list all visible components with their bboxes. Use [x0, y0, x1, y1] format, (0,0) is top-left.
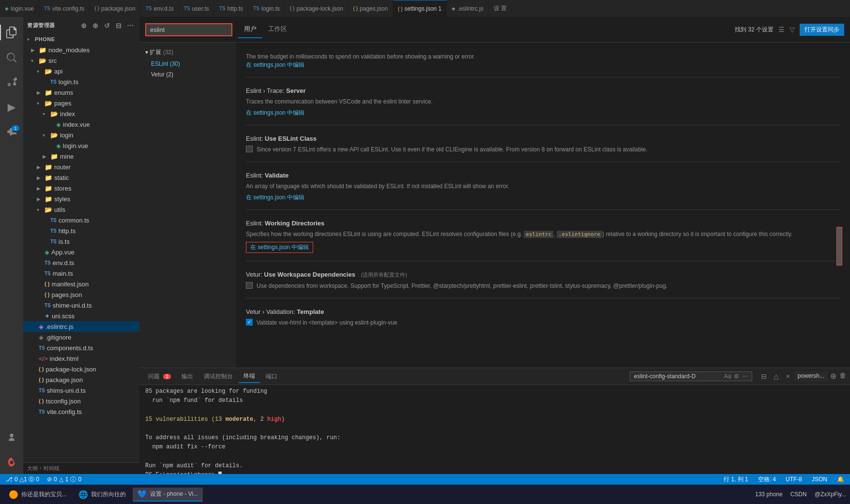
tree-package-json[interactable]: { } package.json — [23, 374, 139, 385]
tab-ports[interactable]: 端口 — [261, 371, 282, 383]
split-terminal-btn[interactable]: ⊟ — [759, 371, 769, 381]
open-settings-sync-btn[interactable]: 打开设置同步 — [800, 24, 844, 36]
tree-node-modules[interactable]: ▶ 📁 node_modules — [23, 44, 139, 55]
tab-package-lock[interactable]: { } package-lock.json — [285, 0, 349, 17]
tree-router[interactable]: ▶ 📁 router — [23, 162, 139, 172]
settings-scrollbar-highlight[interactable] — [836, 227, 842, 266]
terminal-input[interactable] — [634, 373, 721, 380]
tab-problems[interactable]: 问题 1 — [143, 371, 176, 383]
tree-env-d-ts[interactable]: TS env.d.ts — [23, 257, 139, 268]
tab-login-vue[interactable]: ◈ login.vue — [0, 0, 39, 17]
tree-mine[interactable]: ▶ 📁 mine — [23, 151, 139, 162]
tab-output[interactable]: 输出 — [177, 371, 198, 383]
tree-gitignore[interactable]: ◈ .gitignore — [23, 332, 139, 342]
tab-debug-console[interactable]: 调试控制台 — [199, 371, 238, 383]
tree-is-ts[interactable]: TS is.ts — [23, 236, 139, 247]
activity-explorer[interactable] — [0, 21, 23, 44]
tree-common-ts[interactable]: TS common.ts — [23, 215, 139, 225]
new-file-btn[interactable]: ⊕ — [78, 20, 89, 31]
tab-vite-config[interactable]: TS vite.config.ts — [39, 0, 90, 17]
sort-icon[interactable]: ☰ — [778, 26, 785, 33]
tree-uni-scss[interactable]: ✦ uni.scss — [23, 311, 139, 321]
activity-source-control[interactable] — [0, 71, 23, 94]
edit-link-1[interactable]: 在 settings.json 中编辑 — [246, 61, 304, 68]
tab-env-d-ts[interactable]: TS env.d.ts — [141, 0, 179, 17]
tab-eslintrc[interactable]: ◈ .eslintrc.js — [447, 0, 488, 17]
status-notifications[interactable]: 🔔 — [835, 476, 846, 483]
activity-extensions[interactable]: 1 — [0, 121, 23, 145]
status-ln-col[interactable]: 行 1, 列 1 — [722, 475, 750, 484]
vetur-deps-checkbox[interactable] — [246, 282, 253, 289]
add-terminal-btn[interactable]: ⊕ — [830, 371, 836, 381]
settings-nav-eslint[interactable]: ESLint (30) — [139, 59, 236, 69]
close-terminal-btn[interactable]: × — [784, 371, 791, 381]
activity-search[interactable] — [0, 46, 23, 69]
tab-user-ts[interactable]: TS user.ts — [179, 0, 214, 17]
settings-nav-vetur[interactable]: Vetur (2) — [139, 69, 236, 80]
status-language[interactable]: JSON — [810, 476, 829, 483]
settings-nav-extensions[interactable]: ▾ 扩展 (32) — [139, 46, 236, 59]
tree-http-ts-utils[interactable]: TS http.ts — [23, 225, 139, 236]
tree-styles[interactable]: ▶ 📁 styles — [23, 193, 139, 204]
filter-icon[interactable]: ▽ — [789, 26, 795, 33]
tree-package-lock[interactable]: { } package-lock.json — [23, 364, 139, 374]
eslint-class-checkbox[interactable] — [246, 146, 253, 152]
activity-settings[interactable] — [0, 451, 23, 474]
tree-utils[interactable]: ▾ 📂 utils — [23, 204, 139, 215]
tree-index-folder[interactable]: ▾ 📂 index — [23, 108, 139, 119]
activity-run[interactable] — [0, 96, 23, 119]
tree-api[interactable]: ▾ 📂 api — [23, 66, 139, 76]
tree-login-folder[interactable]: ▾ 📂 login — [23, 130, 139, 140]
settings-search-input[interactable] — [145, 23, 232, 36]
tree-shime-uni[interactable]: TS shime-uni.d.ts — [23, 300, 139, 311]
maximize-terminal-btn[interactable]: △ — [772, 371, 781, 381]
taskbar-browser[interactable]: 🌐 我们所向往的 — [74, 488, 131, 501]
tree-pages-json[interactable]: { } pages.json — [23, 289, 139, 300]
tree-components-d[interactable]: TS components.d.ts — [23, 342, 139, 353]
edit-in-settings-link-3[interactable]: 在 settings.json 中编辑 — [250, 244, 309, 251]
edit-in-settings-link[interactable]: 在 settings.json 中编辑 — [246, 109, 304, 116]
tree-login-vue[interactable]: ◈ login.vue — [23, 140, 139, 151]
status-branch[interactable]: ⎇ 0 △1 ⓪ 0 — [4, 475, 41, 484]
tab-user[interactable]: 用户 — [238, 21, 262, 38]
tree-manifest-json[interactable]: { } manifest.json — [23, 279, 139, 289]
tree-vite-config[interactable]: TS vite.config.ts — [23, 406, 139, 417]
refresh-btn[interactable]: ↺ — [102, 20, 112, 31]
tree-enums[interactable]: ▶ 📁 enums — [23, 87, 139, 98]
edit-in-settings-link-2[interactable]: 在 settings.json 中编辑 — [246, 194, 304, 201]
tab-http-ts[interactable]: TS http.ts — [214, 0, 248, 17]
terminal-settings-icon[interactable]: ⚙ — [734, 373, 739, 380]
tab-terminal[interactable]: 终端 — [239, 370, 260, 383]
tree-tsconfig[interactable]: { } tsconfig.json — [23, 396, 139, 406]
status-spaces[interactable]: 空格: 4 — [756, 475, 778, 484]
terminal-more-icon[interactable]: ⋯ — [742, 373, 748, 380]
new-folder-btn[interactable]: ⊕ — [90, 20, 101, 31]
tree-main-ts[interactable]: TS main.ts — [23, 268, 139, 279]
tree-eslintrc[interactable]: ◈ .eslintrc.js — [23, 321, 139, 332]
tree-src[interactable]: ▾ 📂 src — [23, 55, 139, 66]
tree-index-html[interactable]: </> index.html — [23, 353, 139, 364]
status-errors[interactable]: ⊘ 0 △ 1 ⓘ 0 — [45, 475, 83, 484]
tab-login-ts[interactable]: TS login.ts — [248, 0, 285, 17]
more-actions-btn[interactable]: ⋯ — [125, 20, 136, 31]
tree-login-ts[interactable]: TS login.ts — [23, 76, 139, 87]
tab-settings-right[interactable]: 设 置 — [489, 0, 512, 17]
status-encoding[interactable]: UTF-8 — [784, 476, 804, 483]
tree-shims-uni[interactable]: TS shims-uni.d.ts — [23, 385, 139, 396]
tree-phone-root[interactable]: ▾ PHONE — [23, 34, 139, 44]
tab-workspace[interactable]: 工作区 — [262, 21, 293, 38]
edit-link-box[interactable]: 在 settings.json 中编辑 — [246, 242, 313, 253]
tree-stores[interactable]: ▶ 📁 stores — [23, 183, 139, 193]
taskbar-start[interactable]: 🟠 你还是我的宝贝... — [4, 488, 72, 501]
tab-settings-json[interactable]: { } settings.json 1 — [393, 0, 447, 17]
tree-index-vue[interactable]: ◈ index.vue — [23, 119, 139, 130]
taskbar-vscode[interactable]: 💙 设置 - phone - Vi... — [133, 488, 203, 502]
kill-terminal-btn[interactable]: 🗑 — [839, 371, 846, 381]
tab-package-json[interactable]: { } package.json — [90, 0, 141, 17]
tree-static[interactable]: ▶ 📁 static — [23, 172, 139, 183]
tab-pages-json[interactable]: { } pages.json — [349, 0, 394, 17]
vetur-template-checkbox[interactable]: ✓ — [246, 319, 253, 326]
tree-pages[interactable]: ▾ 📂 pages — [23, 98, 139, 108]
tree-app-vue[interactable]: ◈ App.vue — [23, 247, 139, 257]
activity-account[interactable] — [0, 426, 23, 449]
